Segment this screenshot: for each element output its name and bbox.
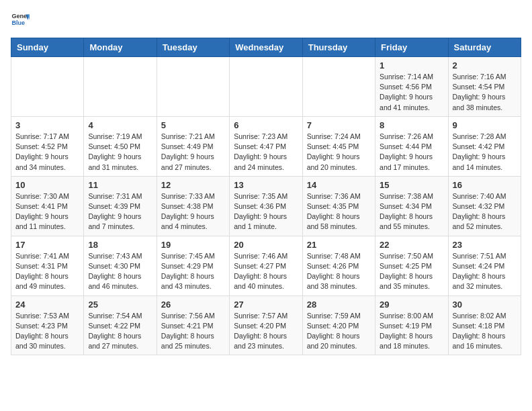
calendar-cell: 19Sunrise: 7:45 AM Sunset: 4:29 PM Dayli… — [157, 236, 229, 295]
day-info: Sunrise: 7:26 AM Sunset: 4:44 PM Dayligh… — [380, 132, 443, 173]
day-info: Sunrise: 7:53 AM Sunset: 4:23 PM Dayligh… — [15, 311, 79, 352]
calendar-cell: 13Sunrise: 7:35 AM Sunset: 4:36 PM Dayli… — [230, 176, 302, 236]
calendar-cell: 15Sunrise: 7:38 AM Sunset: 4:34 PM Dayli… — [375, 176, 448, 236]
calendar-cell: 18Sunrise: 7:43 AM Sunset: 4:30 PM Dayli… — [84, 236, 157, 295]
calendar-cell: 30Sunrise: 8:02 AM Sunset: 4:18 PM Dayli… — [448, 295, 521, 355]
weekday-header-friday: Friday — [375, 38, 448, 57]
calendar-cell: 8Sunrise: 7:26 AM Sunset: 4:44 PM Daylig… — [375, 116, 448, 176]
day-number: 28 — [307, 300, 371, 310]
calendar-cell: 28Sunrise: 7:59 AM Sunset: 4:20 PM Dayli… — [302, 295, 375, 355]
day-number: 4 — [88, 120, 152, 130]
calendar-cell: 4Sunrise: 7:19 AM Sunset: 4:50 PM Daylig… — [84, 116, 157, 176]
calendar-cell — [230, 57, 302, 117]
day-number: 14 — [307, 180, 371, 190]
day-info: Sunrise: 7:36 AM Sunset: 4:35 PM Dayligh… — [307, 191, 371, 232]
day-info: Sunrise: 7:23 AM Sunset: 4:47 PM Dayligh… — [234, 132, 298, 173]
day-info: Sunrise: 7:24 AM Sunset: 4:45 PM Dayligh… — [307, 132, 371, 173]
calendar-week-2: 3Sunrise: 7:17 AM Sunset: 4:52 PM Daylig… — [11, 116, 521, 176]
day-number: 16 — [453, 180, 517, 190]
day-number: 7 — [307, 120, 371, 130]
calendar-cell: 10Sunrise: 7:30 AM Sunset: 4:41 PM Dayli… — [11, 176, 84, 236]
calendar-cell: 22Sunrise: 7:50 AM Sunset: 4:25 PM Dayli… — [375, 236, 448, 295]
day-info: Sunrise: 7:30 AM Sunset: 4:41 PM Dayligh… — [15, 191, 79, 232]
day-info: Sunrise: 7:54 AM Sunset: 4:22 PM Dayligh… — [88, 311, 152, 352]
logo-icon: General Blue — [11, 11, 30, 30]
day-info: Sunrise: 7:33 AM Sunset: 4:38 PM Dayligh… — [161, 191, 225, 232]
day-number: 15 — [380, 180, 443, 190]
calendar-table: SundayMondayTuesdayWednesdayThursdayFrid… — [11, 38, 521, 355]
day-number: 5 — [161, 120, 225, 130]
day-number: 27 — [234, 300, 298, 310]
day-info: Sunrise: 7:56 AM Sunset: 4:21 PM Dayligh… — [161, 311, 225, 352]
calendar-cell — [84, 57, 157, 117]
weekday-header-sunday: Sunday — [11, 38, 84, 57]
calendar-cell: 23Sunrise: 7:51 AM Sunset: 4:24 PM Dayli… — [448, 236, 521, 295]
calendar-cell: 21Sunrise: 7:48 AM Sunset: 4:26 PM Dayli… — [302, 236, 375, 295]
calendar-cell: 20Sunrise: 7:46 AM Sunset: 4:27 PM Dayli… — [230, 236, 302, 295]
day-info: Sunrise: 7:41 AM Sunset: 4:31 PM Dayligh… — [15, 251, 79, 292]
day-info: Sunrise: 7:21 AM Sunset: 4:49 PM Dayligh… — [161, 132, 225, 173]
day-number: 13 — [234, 180, 298, 190]
calendar-week-4: 17Sunrise: 7:41 AM Sunset: 4:31 PM Dayli… — [11, 236, 521, 295]
day-number: 3 — [15, 120, 79, 130]
day-info: Sunrise: 7:43 AM Sunset: 4:30 PM Dayligh… — [88, 251, 152, 292]
day-info: Sunrise: 7:45 AM Sunset: 4:29 PM Dayligh… — [161, 251, 225, 292]
day-number: 29 — [380, 300, 443, 310]
day-number: 26 — [161, 300, 225, 310]
weekday-header-row: SundayMondayTuesdayWednesdayThursdayFrid… — [11, 38, 521, 57]
calendar-cell: 24Sunrise: 7:53 AM Sunset: 4:23 PM Dayli… — [11, 295, 84, 355]
day-info: Sunrise: 7:38 AM Sunset: 4:34 PM Dayligh… — [380, 191, 443, 232]
page-header: General Blue — [11, 11, 521, 30]
day-number: 9 — [453, 120, 517, 130]
day-number: 20 — [234, 240, 298, 250]
day-info: Sunrise: 8:02 AM Sunset: 4:18 PM Dayligh… — [453, 311, 517, 352]
calendar-cell — [157, 57, 229, 117]
calendar-cell: 29Sunrise: 8:00 AM Sunset: 4:19 PM Dayli… — [375, 295, 448, 355]
day-info: Sunrise: 7:31 AM Sunset: 4:39 PM Dayligh… — [88, 191, 152, 232]
day-number: 22 — [380, 240, 443, 250]
day-info: Sunrise: 7:48 AM Sunset: 4:26 PM Dayligh… — [307, 251, 371, 292]
calendar-cell: 16Sunrise: 7:40 AM Sunset: 4:32 PM Dayli… — [448, 176, 521, 236]
calendar-cell: 6Sunrise: 7:23 AM Sunset: 4:47 PM Daylig… — [230, 116, 302, 176]
day-info: Sunrise: 7:50 AM Sunset: 4:25 PM Dayligh… — [380, 251, 443, 292]
calendar-cell: 14Sunrise: 7:36 AM Sunset: 4:35 PM Dayli… — [302, 176, 375, 236]
day-number: 2 — [453, 60, 517, 71]
svg-text:Blue: Blue — [11, 19, 25, 26]
day-info: Sunrise: 7:19 AM Sunset: 4:50 PM Dayligh… — [88, 132, 152, 173]
day-info: Sunrise: 7:51 AM Sunset: 4:24 PM Dayligh… — [453, 251, 517, 292]
calendar-cell: 11Sunrise: 7:31 AM Sunset: 4:39 PM Dayli… — [84, 176, 157, 236]
calendar-cell: 12Sunrise: 7:33 AM Sunset: 4:38 PM Dayli… — [157, 176, 229, 236]
day-number: 18 — [88, 240, 152, 250]
calendar-cell — [302, 57, 375, 117]
day-number: 8 — [380, 120, 443, 130]
day-info: Sunrise: 7:17 AM Sunset: 4:52 PM Dayligh… — [15, 132, 79, 173]
calendar-cell: 9Sunrise: 7:28 AM Sunset: 4:42 PM Daylig… — [448, 116, 521, 176]
weekday-header-tuesday: Tuesday — [157, 38, 229, 57]
day-number: 19 — [161, 240, 225, 250]
day-number: 30 — [453, 300, 517, 310]
day-number: 6 — [234, 120, 298, 130]
day-number: 12 — [161, 180, 225, 190]
day-info: Sunrise: 7:28 AM Sunset: 4:42 PM Dayligh… — [453, 132, 517, 173]
day-number: 24 — [15, 300, 79, 310]
calendar-cell: 5Sunrise: 7:21 AM Sunset: 4:49 PM Daylig… — [157, 116, 229, 176]
day-info: Sunrise: 7:59 AM Sunset: 4:20 PM Dayligh… — [307, 311, 371, 352]
calendar-cell: 2Sunrise: 7:16 AM Sunset: 4:54 PM Daylig… — [448, 57, 521, 117]
day-info: Sunrise: 7:57 AM Sunset: 4:20 PM Dayligh… — [234, 311, 298, 352]
weekday-header-thursday: Thursday — [302, 38, 375, 57]
calendar-cell: 3Sunrise: 7:17 AM Sunset: 4:52 PM Daylig… — [11, 116, 84, 176]
calendar-week-3: 10Sunrise: 7:30 AM Sunset: 4:41 PM Dayli… — [11, 176, 521, 236]
calendar-cell: 27Sunrise: 7:57 AM Sunset: 4:20 PM Dayli… — [230, 295, 302, 355]
day-number: 25 — [88, 300, 152, 310]
calendar-week-5: 24Sunrise: 7:53 AM Sunset: 4:23 PM Dayli… — [11, 295, 521, 355]
weekday-header-saturday: Saturday — [448, 38, 521, 57]
day-number: 17 — [15, 240, 79, 250]
day-info: Sunrise: 7:40 AM Sunset: 4:32 PM Dayligh… — [453, 191, 517, 232]
weekday-header-wednesday: Wednesday — [230, 38, 302, 57]
calendar-cell: 26Sunrise: 7:56 AM Sunset: 4:21 PM Dayli… — [157, 295, 229, 355]
day-number: 11 — [88, 180, 152, 190]
day-number: 23 — [453, 240, 517, 250]
day-info: Sunrise: 7:14 AM Sunset: 4:56 PM Dayligh… — [380, 72, 443, 113]
logo: General Blue — [11, 11, 32, 30]
calendar-cell — [11, 57, 84, 117]
